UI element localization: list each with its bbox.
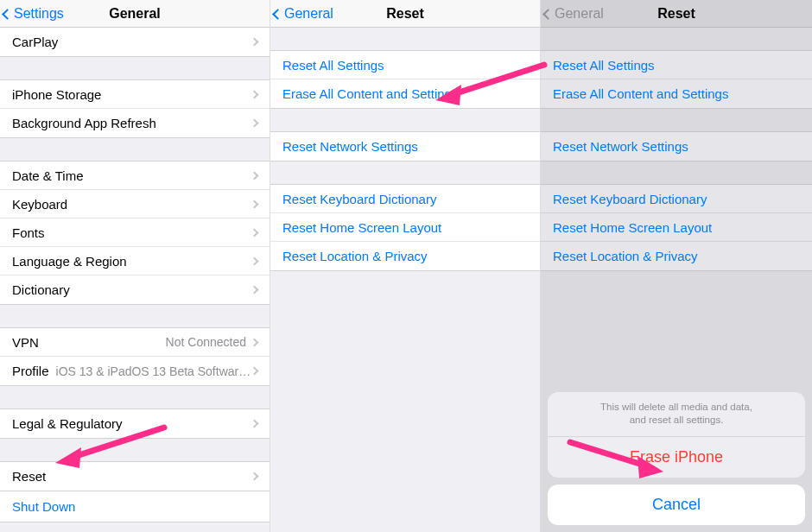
row-language-region[interactable]: Language & Region	[0, 247, 270, 276]
row-date-time[interactable]: Date & Time	[0, 162, 270, 190]
back-button-general[interactable]: General	[274, 0, 333, 28]
chevron-left-icon	[2, 9, 13, 20]
row-label: Reset	[12, 469, 251, 484]
row-label: Reset Keyboard Dictionary	[282, 192, 528, 206]
row-label: Reset Location & Privacy	[553, 249, 800, 263]
pane-reset-sheet: General Reset Reset All Settings Erase A…	[541, 0, 812, 532]
chevron-right-icon	[251, 171, 259, 180]
row-reset-home-screen-dimmed: Reset Home Screen Layout	[541, 213, 812, 242]
row-value: iOS 13 & iPadOS 13 Beta Software Pr...	[56, 364, 251, 378]
row-reset-network-dimmed: Reset Network Settings	[541, 132, 812, 161]
erase-iphone-button[interactable]: Erase iPhone	[548, 437, 805, 478]
chevron-left-icon	[272, 9, 283, 20]
row-label: Dictionary	[12, 282, 251, 297]
navbar-reset: General Reset	[270, 0, 540, 28]
row-label: Fonts	[12, 225, 251, 240]
row-label: CarPlay	[12, 35, 251, 49]
page-title: General	[109, 6, 161, 22]
row-label: Reset All Settings	[282, 58, 528, 73]
chevron-right-icon	[251, 38, 259, 47]
chevron-right-icon	[251, 256, 259, 265]
chevron-left-icon	[542, 9, 554, 20]
row-reset-keyboard-dict-dimmed: Reset Keyboard Dictionary	[541, 185, 812, 213]
row-reset[interactable]: Reset	[0, 462, 270, 491]
row-reset-all-settings[interactable]: Reset All Settings	[270, 51, 540, 79]
row-label: Profile	[12, 364, 49, 378]
chevron-right-icon	[251, 119, 259, 128]
action-sheet: This will delete all media and data, and…	[548, 392, 805, 525]
chevron-right-icon	[251, 420, 259, 428]
pane-reset: General Reset Reset All Settings Erase A…	[270, 0, 541, 532]
chevron-right-icon	[251, 338, 259, 346]
row-label: Reset Network Settings	[282, 139, 528, 154]
action-sheet-cancel-block: Cancel	[548, 484, 805, 525]
row-value: Not Connected	[166, 335, 246, 349]
row-shut-down[interactable]: Shut Down	[0, 491, 270, 522]
cancel-button[interactable]: Cancel	[548, 484, 805, 525]
row-label: Erase All Content and Settings	[553, 86, 800, 101]
row-reset-all-settings-dimmed: Reset All Settings	[541, 51, 812, 79]
row-label: Reset Location & Privacy	[282, 249, 528, 263]
navbar-general: Settings General	[0, 0, 270, 28]
row-erase-all-content[interactable]: Erase All Content and Settings	[270, 79, 540, 108]
row-reset-location-privacy-dimmed: Reset Location & Privacy	[541, 242, 812, 270]
back-button-settings[interactable]: Settings	[3, 0, 64, 28]
row-dictionary[interactable]: Dictionary	[0, 276, 270, 304]
row-label: Reset Home Screen Layout	[282, 220, 528, 235]
row-background-app-refresh[interactable]: Background App Refresh	[0, 109, 270, 137]
row-label: Reset Keyboard Dictionary	[553, 192, 800, 206]
row-label: Reset All Settings	[553, 58, 800, 73]
action-sheet-message: This will delete all media and data, and…	[548, 392, 805, 437]
row-iphone-storage[interactable]: iPhone Storage	[0, 80, 270, 109]
row-reset-location-privacy[interactable]: Reset Location & Privacy	[270, 242, 540, 270]
row-label: Reset Home Screen Layout	[553, 220, 800, 235]
action-sheet-block: This will delete all media and data, and…	[548, 392, 805, 478]
row-fonts[interactable]: Fonts	[0, 218, 270, 247]
row-reset-home-screen[interactable]: Reset Home Screen Layout	[270, 213, 540, 242]
chevron-right-icon	[251, 286, 259, 294]
back-label: Settings	[14, 6, 64, 22]
row-label: Background App Refresh	[12, 116, 251, 130]
row-vpn[interactable]: VPN Not Connected	[0, 328, 270, 357]
sheet-msg-line2: and reset all settings.	[561, 414, 791, 428]
row-label: Date & Time	[12, 168, 251, 183]
row-legal-regulatory[interactable]: Legal & Regulatory	[0, 409, 270, 438]
row-label: Reset Network Settings	[553, 139, 800, 154]
row-label: VPN	[12, 335, 166, 350]
chevron-right-icon	[251, 90, 259, 98]
row-reset-keyboard-dict[interactable]: Reset Keyboard Dictionary	[270, 185, 540, 213]
row-erase-all-content-dimmed: Erase All Content and Settings	[541, 79, 812, 108]
row-keyboard[interactable]: Keyboard	[0, 190, 270, 218]
back-label: General	[284, 6, 333, 22]
navbar-reset-dimmed: General Reset	[541, 0, 812, 28]
chevron-right-icon	[251, 200, 259, 208]
page-title: Reset	[657, 6, 695, 22]
row-reset-network[interactable]: Reset Network Settings	[270, 132, 540, 161]
row-carplay[interactable]: CarPlay	[0, 28, 270, 56]
page-title: Reset	[386, 6, 424, 22]
row-label: iPhone Storage	[12, 87, 251, 102]
chevron-right-icon	[251, 228, 259, 237]
back-button-general-dimmed: General	[544, 0, 604, 28]
pane-general: Settings General CarPlay iPhone Storage …	[0, 0, 270, 532]
row-label: Shut Down	[12, 499, 75, 514]
chevron-right-icon	[251, 472, 259, 481]
row-label: Erase All Content and Settings	[282, 86, 528, 101]
row-label: Keyboard	[12, 197, 251, 212]
row-profile[interactable]: Profile iOS 13 & iPadOS 13 Beta Software…	[0, 357, 270, 385]
row-label: Language & Region	[12, 254, 251, 269]
row-label: Legal & Regulatory	[12, 416, 251, 431]
chevron-right-icon	[251, 367, 259, 376]
sheet-msg-line1: This will delete all media and data,	[561, 401, 791, 415]
back-label: General	[555, 6, 604, 22]
